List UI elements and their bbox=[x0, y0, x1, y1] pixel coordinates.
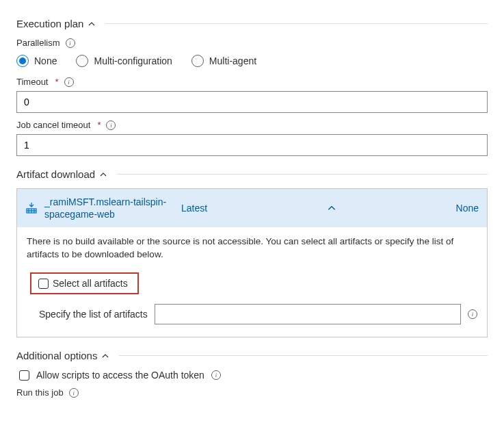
artifact-specific[interactable]: None bbox=[456, 203, 479, 214]
section-execution-plan[interactable]: Execution plan bbox=[16, 18, 488, 29]
section-title: Additional options bbox=[16, 350, 97, 361]
artifact-header-row[interactable]: _ramiMSFT.mslearn-tailspin-spacegame-web… bbox=[17, 189, 487, 227]
artifact-panel: _ramiMSFT.mslearn-tailspin-spacegame-web… bbox=[16, 188, 488, 337]
parallelism-label-row: Parallelism i bbox=[16, 38, 488, 48]
section-title: Artifact download bbox=[16, 168, 95, 180]
parallelism-label: Parallelism bbox=[16, 38, 60, 48]
radio-label: None bbox=[34, 55, 57, 66]
timeout-label: Timeout bbox=[16, 77, 48, 87]
radio-label: Multi-configuration bbox=[94, 55, 172, 66]
timeout-input[interactable] bbox=[16, 91, 488, 113]
select-all-artifacts-checkbox[interactable]: Select all artifacts bbox=[30, 272, 139, 294]
artifact-description: There is no build available or the sourc… bbox=[27, 235, 477, 261]
specify-artifacts-row: Specify the list of artifacts i bbox=[39, 304, 477, 324]
radio-none[interactable]: None bbox=[16, 55, 57, 67]
artifact-body: There is no build available or the sourc… bbox=[17, 227, 487, 337]
divider bbox=[105, 23, 488, 24]
radio-label: Multi-agent bbox=[209, 55, 256, 66]
checkbox-icon bbox=[38, 279, 49, 289]
artifact-version-selector[interactable]: Latest bbox=[181, 203, 207, 214]
chevron-up-icon bbox=[99, 170, 107, 179]
artifact-name: _ramiMSFT.mslearn-tailspin-spacegame-web bbox=[44, 196, 174, 220]
info-icon[interactable]: i bbox=[211, 370, 221, 380]
info-icon[interactable]: i bbox=[66, 38, 75, 48]
run-this-job-row: Run this job i bbox=[16, 387, 488, 398]
timeout-label-row: Timeout* i bbox=[16, 77, 488, 87]
section-additional-options[interactable]: Additional options bbox=[16, 350, 488, 361]
checkbox-label: Select all artifacts bbox=[53, 278, 128, 289]
checkbox-label: Allow scripts to access the OAuth token bbox=[36, 370, 204, 381]
divider bbox=[117, 174, 488, 175]
radio-button-icon bbox=[16, 55, 29, 67]
section-title: Execution plan bbox=[16, 18, 83, 29]
build-artifact-icon bbox=[25, 202, 38, 214]
info-icon[interactable]: i bbox=[64, 77, 74, 87]
radio-button-icon bbox=[191, 55, 204, 67]
checkbox-icon bbox=[19, 370, 29, 381]
job-cancel-timeout-input[interactable] bbox=[16, 134, 488, 156]
radio-multi-agent[interactable]: Multi-agent bbox=[191, 55, 256, 67]
radio-button-icon bbox=[76, 55, 88, 67]
allow-oauth-checkbox[interactable]: Allow scripts to access the OAuth token … bbox=[19, 370, 488, 381]
chevron-up-icon[interactable] bbox=[327, 203, 336, 213]
chevron-up-icon bbox=[88, 20, 96, 28]
section-artifact-download[interactable]: Artifact download bbox=[16, 168, 488, 180]
specify-artifacts-input[interactable] bbox=[155, 304, 461, 324]
job-cancel-timeout-label: Job cancel timeout bbox=[16, 120, 90, 130]
chevron-up-icon bbox=[101, 352, 109, 360]
radio-multi-configuration[interactable]: Multi-configuration bbox=[76, 55, 172, 67]
info-icon[interactable]: i bbox=[106, 120, 116, 130]
job-cancel-timeout-label-row: Job cancel timeout* i bbox=[16, 120, 488, 130]
divider bbox=[119, 355, 488, 356]
specify-artifacts-label: Specify the list of artifacts bbox=[39, 309, 148, 320]
info-icon[interactable]: i bbox=[69, 388, 79, 398]
parallelism-radio-group: None Multi-configuration Multi-agent bbox=[16, 55, 488, 67]
run-this-job-label: Run this job bbox=[16, 387, 64, 398]
info-icon[interactable]: i bbox=[468, 309, 477, 319]
